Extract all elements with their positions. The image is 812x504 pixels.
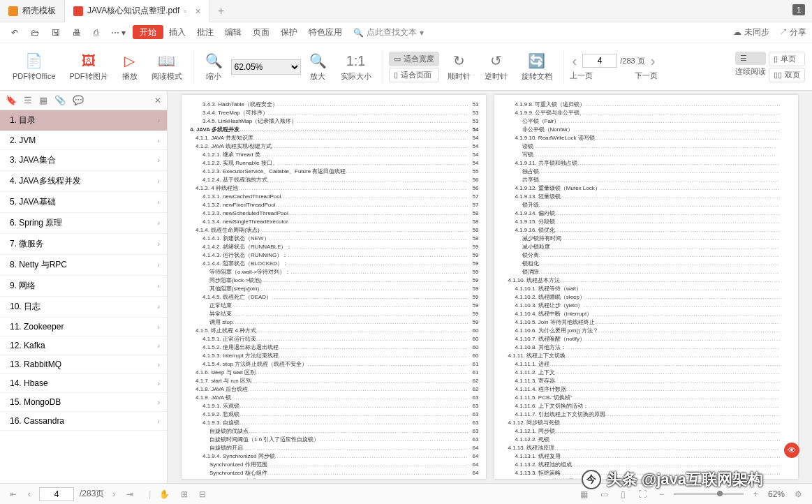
toc-line: 4.1.9.9. 公平锁与非公平锁.......................… (501, 109, 792, 117)
outline-item[interactable]: 9. 网络› (0, 276, 167, 297)
fit-width-button[interactable]: ▭ 适合宽度 (389, 52, 439, 66)
toc-line: 自旋锁的开启..................................… (189, 444, 479, 452)
hand-tool-icon[interactable]: ✋ (156, 489, 172, 499)
menu-特色应用[interactable]: 特色应用 (303, 24, 348, 40)
zoom-out-status[interactable]: − (656, 489, 667, 499)
double-page-button[interactable]: ▯▯ 双页 (769, 68, 805, 82)
outline-item[interactable]: 14. Hbase› (0, 374, 167, 393)
fullscreen-icon[interactable]: ⛶ (635, 489, 649, 499)
menu-编辑[interactable]: 编辑 (219, 24, 247, 40)
outline-icon[interactable]: ☰ (24, 95, 32, 105)
toolbar: 📄PDF转Office 🖼PDF转图片 ▷播放 📖阅读模式 🔍缩小 62.05%… (0, 43, 812, 91)
outline-item[interactable]: 1. 目录› (0, 110, 167, 131)
toc-line: 4.1.13.2. 线程池的组成........................… (501, 461, 792, 469)
menu-插入[interactable]: 插入 (163, 24, 191, 40)
zoom-select[interactable]: 62.05% (231, 59, 301, 75)
outline-item[interactable]: 4. JAVA多线程并发› (0, 171, 167, 192)
undo-icon[interactable]: ↶ (6, 25, 24, 40)
more-icon[interactable]: ⋯ ▾ (105, 25, 131, 40)
menu-批注[interactable]: 批注 (191, 24, 219, 40)
outline-item[interactable]: 10. 日志› (0, 297, 167, 318)
document-view[interactable]: 3.4.3. HashTable（线程安全）..................… (168, 91, 812, 483)
fit-page-button[interactable]: ▯ 适合页面 (389, 68, 439, 82)
layout2-icon[interactable]: ▭ (598, 489, 611, 499)
settings-icon[interactable]: ⚙ (792, 489, 805, 499)
search-box[interactable]: 🔍 点此查找文本 ▾ (353, 27, 424, 38)
outline-item[interactable]: 3. JAVA集合› (0, 150, 167, 171)
sidebar-close-icon[interactable]: ✕ (154, 96, 161, 105)
rotate-doc-button[interactable]: 🔄旋转文档 (516, 52, 558, 82)
outline-item[interactable]: 15. MongoDB› (0, 393, 167, 412)
outline-item[interactable]: 6. Spring 原理› (0, 213, 167, 234)
rotate-ccw-button[interactable]: ↺逆时针 (479, 52, 513, 82)
last-page-button[interactable]: ⇥ (124, 489, 136, 499)
tab-menu-icon[interactable]: ▫ (184, 6, 186, 16)
next-page-arrow[interactable]: › (648, 53, 658, 69)
outline-item[interactable]: 2. JVM› (0, 131, 167, 150)
menu-保护[interactable]: 保护 (275, 24, 303, 40)
prev-page-arrow[interactable]: ‹ (570, 53, 580, 69)
preview-icon[interactable]: ⎙ (88, 25, 104, 40)
outline-item[interactable]: 16. Cassandra› (0, 412, 167, 431)
single-page-button[interactable]: ▯ 单页 (769, 52, 805, 66)
outline-item[interactable]: 7. 微服务› (0, 234, 167, 255)
layout3-icon[interactable]: ▯ (618, 489, 628, 499)
outline-item[interactable]: 8. Netty 与RPC› (0, 255, 167, 276)
toc-line: 4.1.11.4. 程序计数器.........................… (501, 385, 792, 394)
tab-1[interactable]: JAVA核心知识点整理.pdf▫× (65, 0, 210, 22)
zoom-slider[interactable] (674, 493, 744, 495)
toc-line: 4.1.4.5. 线程死亡（DEAD）.....................… (189, 293, 479, 302)
zoom-out-button[interactable]: 🔍缩小 (200, 52, 228, 82)
tab-label: 稻壳模板 (22, 5, 56, 17)
print-icon[interactable]: 🖶 (67, 25, 87, 40)
actual-size-button[interactable]: 1:1实际大小 (335, 52, 377, 82)
rotate-cw-button[interactable]: ↻顺时针 (442, 52, 476, 82)
toc-line: 读锁......................................… (501, 142, 792, 151)
status-page-input[interactable] (39, 487, 74, 501)
outline-item[interactable]: 12. Kafka› (0, 336, 167, 355)
pdf-to-office-button[interactable]: 📄PDF转Office (7, 52, 61, 82)
layout-icon[interactable]: ▦ (577, 489, 591, 499)
notification-badge[interactable]: 1 (792, 4, 805, 15)
chevron-right-icon: › (158, 219, 160, 227)
page-input[interactable] (582, 54, 617, 68)
share-button[interactable]: ↗ 分享 (779, 27, 806, 38)
close-icon[interactable]: × (195, 6, 201, 17)
view-mode-icon[interactable]: 👁 (784, 443, 799, 458)
tab-0[interactable]: 稻壳模板 (0, 0, 65, 22)
toc-line: 自旋锁的优缺点.................................… (189, 427, 479, 436)
play-button[interactable]: ▷播放 (117, 52, 143, 82)
toc-line: 4.1.10.8. 其他方法：.........................… (501, 343, 792, 352)
folder-icon[interactable]: 🗁 (25, 25, 45, 40)
select-tool-icon[interactable]: ⊞ (178, 489, 191, 499)
outline-item[interactable]: 11. Zookeeper› (0, 318, 167, 336)
attachments-icon[interactable]: 📎 (54, 95, 66, 105)
read-mode-button[interactable]: 📖阅读模式 (146, 52, 188, 82)
prev-page-label[interactable]: 上一页 (570, 71, 593, 81)
continuous-mode-button[interactable]: ☰ (735, 52, 766, 65)
thumbnails-icon[interactable]: ▦ (39, 95, 47, 105)
toc-line: 4.1.9.2. 悲观锁............................… (189, 410, 479, 419)
outline-item[interactable]: 13. RabbitMQ› (0, 355, 167, 374)
outline-label: 10. 日志 (10, 301, 40, 313)
toc-line: 3.4.3. HashTable（线程安全）..................… (189, 101, 479, 109)
outline-label: 13. RabbitMQ (10, 360, 61, 369)
pdf-to-image-button[interactable]: 🖼PDF转图片 (64, 52, 114, 82)
next-page-button[interactable]: › (110, 489, 118, 499)
annotation-tool-icon[interactable]: ⊟ (196, 489, 209, 499)
prev-page-button[interactable]: ‹ (25, 489, 34, 499)
comments-icon[interactable]: 💬 (73, 95, 84, 105)
sync-status[interactable]: ☁ 未同步 (733, 27, 769, 38)
outline-item[interactable]: 5. JAVA基础› (0, 192, 167, 213)
toc-line: 4.1.10.3. 线程让步（yield）...................… (501, 302, 792, 310)
menu-页面[interactable]: 页面 (247, 24, 275, 40)
watermark-icon: 今 (582, 470, 601, 489)
first-page-button[interactable]: ⇤ (7, 489, 20, 499)
zoom-in-button[interactable]: 🔍放大 (304, 52, 332, 82)
new-tab-button[interactable]: + (210, 5, 232, 17)
menu-开始[interactable]: 开始 (133, 25, 163, 39)
next-page-label[interactable]: 下一页 (635, 71, 658, 81)
bookmark-panel-icon[interactable]: 🔖 (6, 95, 17, 105)
zoom-in-status[interactable]: + (751, 489, 761, 499)
save-icon[interactable]: 🖫 (46, 25, 66, 40)
